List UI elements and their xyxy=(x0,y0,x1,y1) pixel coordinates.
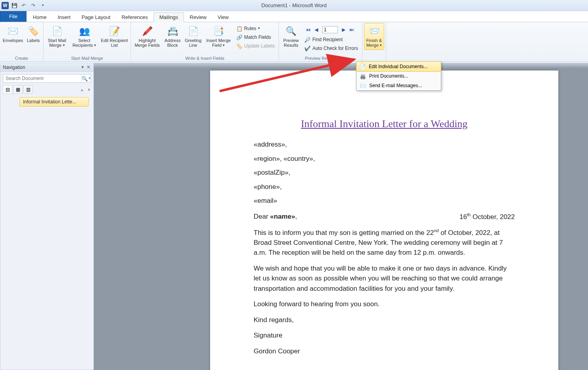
rules-button[interactable]: 📋Rules ▾ xyxy=(235,25,276,32)
preview-results-icon: 🔍 xyxy=(285,25,297,38)
navigation-search-input[interactable] xyxy=(3,74,81,82)
envelopes-label: Envelopes xyxy=(3,38,23,43)
address-block-icon: 📇 xyxy=(166,25,179,38)
tab-review[interactable]: Review xyxy=(184,13,212,22)
nav-tab-headings[interactable]: ▤ xyxy=(3,85,12,94)
body-paragraph-2: We wish and hope that you will be able t… xyxy=(254,263,515,294)
window-title: Document1 - Microsoft Word xyxy=(261,2,326,8)
tab-mailings[interactable]: Mailings xyxy=(154,12,184,22)
find-recipient-button[interactable]: 🔎Find Recipient xyxy=(303,36,359,44)
highlight-label: Highlight Merge Fields xyxy=(134,38,161,48)
highlight-merge-fields-button[interactable]: 🖍️ Highlight Merge Fields xyxy=(133,23,162,50)
word-app-icon: W xyxy=(2,2,9,9)
menu-print-documents[interactable]: 🖨️ Print Documents... xyxy=(357,71,441,81)
closing-name: Gordon Cooper xyxy=(254,346,515,357)
navigation-pane-close[interactable]: ✕ xyxy=(85,65,91,70)
select-recipients-label: Select Recipients xyxy=(72,38,93,48)
send-email-icon: ✉️ xyxy=(360,82,366,89)
finish-merge-menu: 📄 Edit Individual Documents... 🖨️ Print … xyxy=(356,61,441,91)
qat-customize-icon[interactable]: ▾ xyxy=(39,2,47,10)
quick-access-toolbar: W 💾 ↶ ↷ ▾ xyxy=(0,2,48,10)
edit-recipient-list-button[interactable]: 📝 Edit Recipient List xyxy=(100,23,129,50)
print-documents-icon: 🖨️ xyxy=(360,73,366,79)
finish-merge-icon: 📨 xyxy=(368,25,380,38)
insert-merge-field-label: Insert Merge Field xyxy=(206,38,231,48)
ribbon: ✉️ Envelopes 🏷️ Labels Create 📄 Start Ma… xyxy=(0,22,588,62)
tab-insert[interactable]: Insert xyxy=(52,13,76,22)
insert-merge-field-icon: 📑 xyxy=(212,25,225,38)
redo-button[interactable]: ↷ xyxy=(29,2,37,10)
navigation-pane-title: Navigation xyxy=(3,65,25,70)
group-finish: 📨 Finish & Merge ▾ xyxy=(362,22,386,61)
navigation-heading-item[interactable]: Informal Invitation Lette... xyxy=(19,97,89,107)
nav-prev-heading[interactable]: ▲ xyxy=(80,88,84,92)
greeting-line-icon: 📄 xyxy=(187,25,199,38)
document-title: Informal Invitation Letter for a Wedding xyxy=(254,118,515,130)
group-start-label: Start Mail Merge xyxy=(45,55,129,61)
tab-page-layout[interactable]: Page Layout xyxy=(76,13,116,22)
next-record-button[interactable]: ▶ xyxy=(342,27,345,32)
tab-home[interactable]: Home xyxy=(27,13,52,22)
select-recipients-icon: 👥 xyxy=(78,25,91,38)
labels-button[interactable]: 🏷️ Labels xyxy=(25,23,42,45)
save-button[interactable]: 💾 xyxy=(10,2,18,10)
edit-recipient-list-label: Edit Recipient List xyxy=(101,38,128,48)
prev-record-button[interactable]: ◀ xyxy=(315,27,318,32)
group-preview-results: 🔍 Preview Results ⏮ ◀ ▶ ⏭ 🔎Find Recipien… xyxy=(279,22,362,61)
greeting-line-button[interactable]: 📄 Greeting Line xyxy=(183,23,203,50)
nav-tab-pages[interactable]: ▦ xyxy=(13,85,23,94)
mail-merge-icon: 📄 xyxy=(51,25,63,38)
nav-tab-results[interactable]: ▥ xyxy=(23,85,33,94)
document-page[interactable]: Informal Invitation Letter for a Wedding… xyxy=(210,71,558,370)
update-labels-button: 🏷️Update Labels xyxy=(235,42,276,50)
envelopes-button[interactable]: ✉️ Envelopes xyxy=(2,23,24,45)
closing-looking-forward: Looking forward to hearing from you soon… xyxy=(254,299,515,309)
envelope-icon: ✉️ xyxy=(7,25,19,38)
group-write-label: Write & Insert Fields xyxy=(133,55,277,61)
closing-kind-regards: Kind regards, xyxy=(254,315,515,325)
rules-icon: 📋 xyxy=(236,25,243,32)
labels-label: Labels xyxy=(27,38,40,43)
document-area: Informal Invitation Letter for a Wedding… xyxy=(94,63,588,370)
merge-field-address: «address», xyxy=(254,139,515,150)
tab-file[interactable]: File xyxy=(0,11,27,22)
match-fields-button[interactable]: 🔗Match Fields xyxy=(235,33,276,41)
group-write-insert: 🖍️ Highlight Merge Fields 📇 Address Bloc… xyxy=(131,22,279,61)
undo-button[interactable]: ↶ xyxy=(20,2,28,10)
match-fields-icon: 🔗 xyxy=(236,34,243,40)
finish-merge-button[interactable]: 📨 Finish & Merge ▾ xyxy=(364,23,384,50)
merge-field-email: «email» xyxy=(254,196,515,206)
edit-recipient-icon: 📝 xyxy=(108,25,121,38)
ribbon-tabs: File Home Insert Page Layout References … xyxy=(0,11,588,22)
navigation-pane-dropdown[interactable]: ▾ xyxy=(80,65,85,70)
navigation-search: 🔍▾ xyxy=(3,74,91,83)
first-record-button[interactable]: ⏮ xyxy=(306,27,311,32)
menu-edit-individual-documents[interactable]: 📄 Edit Individual Documents... xyxy=(356,61,441,72)
start-mail-merge-button[interactable]: 📄 Start Mail Merge ▾ xyxy=(45,23,69,50)
find-recipient-icon: 🔎 xyxy=(304,36,311,43)
record-number-input[interactable] xyxy=(322,26,338,33)
auto-check-icon: ✔️ xyxy=(304,45,311,51)
navigation-pane-header: Navigation ▾ ✕ xyxy=(0,63,93,72)
select-recipients-button[interactable]: 👥 Select Recipients ▾ xyxy=(70,23,99,50)
group-start-mail-merge: 📄 Start Mail Merge ▾ 👥 Select Recipients… xyxy=(44,22,131,61)
last-record-button[interactable]: ⏭ xyxy=(349,27,354,32)
labels-icon: 🏷️ xyxy=(27,25,40,38)
address-block-label: Address Block xyxy=(164,38,181,48)
nav-next-heading[interactable]: ▼ xyxy=(87,88,91,92)
group-create-label: Create xyxy=(2,55,42,61)
preview-results-button[interactable]: 🔍 Preview Results xyxy=(281,23,301,50)
insert-merge-field-button[interactable]: 📑 Insert Merge Field ▾ xyxy=(204,23,233,50)
dear-and-date-line: Dear «name», 16th October, 2022 xyxy=(254,212,515,222)
tab-references[interactable]: References xyxy=(116,13,153,22)
body-paragraph-1: This is to inform you that my son is get… xyxy=(254,227,515,258)
tab-view[interactable]: View xyxy=(212,13,234,22)
address-block-button[interactable]: 📇 Address Block xyxy=(163,23,182,50)
closing-signature: Signature xyxy=(254,330,515,341)
greeting-line-label: Greeting Line xyxy=(184,38,202,48)
group-create: ✉️ Envelopes 🏷️ Labels Create xyxy=(0,22,44,61)
menu-send-email-messages[interactable]: ✉️ Send E-mail Messages... xyxy=(357,81,441,90)
group-preview-label: Preview Results xyxy=(281,55,360,61)
auto-check-errors-button[interactable]: ✔️Auto Check for Errors xyxy=(303,44,359,52)
navigation-search-button[interactable]: 🔍▾ xyxy=(81,74,91,82)
